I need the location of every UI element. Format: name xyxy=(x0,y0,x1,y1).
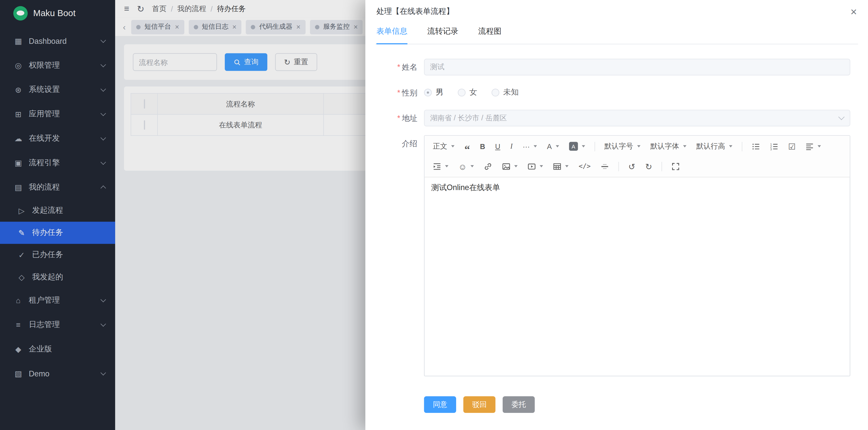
chevron-down-icon xyxy=(565,165,568,167)
table-icon xyxy=(553,162,561,170)
radio-icon xyxy=(492,89,499,96)
editor-toolbar-row-2: ☺ xyxy=(428,156,846,176)
close-icon[interactable]: × xyxy=(850,6,857,17)
tab-flow-diagram[interactable]: 流程图 xyxy=(478,27,501,44)
video-select[interactable] xyxy=(524,159,547,173)
chevron-down-icon xyxy=(451,145,454,147)
chevron-down-icon xyxy=(515,165,518,167)
chevron-down-icon xyxy=(683,145,686,147)
chevron-down-icon xyxy=(637,145,640,147)
radio-label: 男 xyxy=(436,88,443,98)
name-label: *姓名 xyxy=(365,59,424,75)
chevron-down-icon xyxy=(540,165,543,167)
toolbar-divider xyxy=(661,162,662,171)
todo-list-button[interactable]: ☑ xyxy=(784,139,799,153)
chevron-down-icon xyxy=(445,165,448,167)
address-value: 湖南省 / 长沙市 / 岳麓区 xyxy=(424,110,850,126)
gender-radio-female[interactable]: 女 xyxy=(458,88,477,98)
radio-checked-icon xyxy=(424,89,432,96)
bg-color-icon: A xyxy=(569,142,578,151)
link-icon xyxy=(484,162,492,170)
editor-toolbar: 正文 “ B U I ··· A xyxy=(425,136,850,177)
tab-form-info[interactable]: 表单信息 xyxy=(376,27,407,44)
delegate-button[interactable]: 委托 xyxy=(503,396,535,413)
address-label: *地址 xyxy=(365,110,424,126)
image-icon xyxy=(502,162,510,170)
italic-button[interactable]: I xyxy=(506,139,517,153)
more-styles-select[interactable]: ··· xyxy=(519,139,541,153)
reject-button[interactable]: 驳回 xyxy=(463,396,496,413)
toolbar-divider xyxy=(594,142,595,151)
font-family-select[interactable]: 默认字体 xyxy=(647,139,690,153)
approve-button[interactable]: 同意 xyxy=(424,396,456,413)
address-cascader[interactable]: 湖南省 / 长沙市 / 岳麓区 xyxy=(424,110,850,126)
form-row-name: *姓名 xyxy=(365,59,859,75)
chevron-down-icon xyxy=(818,145,821,147)
gender-radio-male[interactable]: 男 xyxy=(424,88,443,98)
emoji-select[interactable]: ☺ xyxy=(454,159,478,173)
form-row-gender: *性别 男 女 未知 xyxy=(365,84,859,101)
indent-select[interactable] xyxy=(429,159,452,173)
emoji-icon: ☺ xyxy=(458,162,467,170)
divider-button[interactable] xyxy=(597,159,613,173)
gender-radio-group: 男 女 未知 xyxy=(424,84,850,101)
indent-icon xyxy=(433,162,441,170)
fullscreen-button[interactable] xyxy=(668,159,684,173)
ordered-list-button[interactable]: 1 2 3 xyxy=(766,139,782,153)
name-field[interactable] xyxy=(424,59,850,75)
ordered-list-icon: 1 2 3 xyxy=(770,142,778,150)
font-color-select[interactable]: A xyxy=(543,139,563,153)
intro-label: 介绍 xyxy=(365,135,424,376)
form-row-intro: 介绍 正文 “ B U I xyxy=(365,135,859,376)
link-button[interactable] xyxy=(480,159,496,173)
drawer-actions: 同意 驳回 委托 xyxy=(365,385,859,413)
editor-content[interactable]: 测试Online在线表单 xyxy=(425,177,850,376)
chevron-down-icon xyxy=(534,145,537,147)
redo-button[interactable]: ↻ xyxy=(642,159,656,173)
drawer-tabs: 表单信息 流转记录 流程图 xyxy=(375,25,858,44)
undo-button[interactable]: ↺ xyxy=(624,159,639,173)
code-block-button[interactable]: </> xyxy=(575,159,595,173)
form-info-panel: *姓名 *性别 男 女 xyxy=(365,44,868,413)
bullet-list-icon xyxy=(751,142,760,150)
drawer-header: 处理【在线表单流程】 × xyxy=(365,0,868,23)
font-size-select[interactable]: 默认字号 xyxy=(600,139,644,153)
required-asterisk: * xyxy=(397,88,400,97)
align-icon xyxy=(806,142,814,150)
app-window: Maku Boot ▦ Dashboard ◎ 权限管理 ⊛ 系统设置 ⊞ 应用… xyxy=(0,0,868,430)
chevron-down-icon xyxy=(582,145,585,147)
bg-color-select[interactable]: A xyxy=(565,139,589,153)
rich-text-editor: 正文 “ B U I ··· A xyxy=(424,135,850,376)
chevron-down-icon xyxy=(471,165,474,167)
radio-label: 女 xyxy=(469,88,477,98)
editor-toolbar-row-1: 正文 “ B U I ··· A xyxy=(428,137,846,156)
drawer-title: 处理【在线表单流程】 xyxy=(376,6,454,17)
horizontal-rule-icon xyxy=(601,162,609,170)
toolbar-divider xyxy=(618,162,619,171)
required-asterisk: * xyxy=(397,114,400,122)
underline-button[interactable]: U xyxy=(491,139,504,153)
form-row-address: *地址 湖南省 / 长沙市 / 岳麓区 xyxy=(365,110,859,126)
bullet-list-button[interactable] xyxy=(748,139,764,153)
video-icon xyxy=(528,162,536,170)
line-height-select[interactable]: 默认行高 xyxy=(692,139,736,153)
toolbar-divider xyxy=(742,142,742,151)
chevron-down-icon xyxy=(729,145,732,147)
task-handle-drawer: 处理【在线表单流程】 × 表单信息 流转记录 流程图 *姓名 *性别 xyxy=(365,0,868,430)
bold-button[interactable]: B xyxy=(476,139,489,153)
gender-radio-unknown[interactable]: 未知 xyxy=(492,88,519,98)
image-select[interactable] xyxy=(498,159,522,173)
svg-text:3: 3 xyxy=(770,147,772,150)
required-asterisk: * xyxy=(397,63,400,71)
style-select[interactable]: 正文 xyxy=(429,139,458,153)
table-select[interactable] xyxy=(550,159,572,173)
chevron-down-icon xyxy=(556,145,559,147)
blockquote-icon[interactable]: “ xyxy=(461,139,474,153)
radio-icon xyxy=(458,89,466,96)
fullscreen-icon xyxy=(672,162,680,170)
radio-label: 未知 xyxy=(503,88,519,98)
align-select[interactable] xyxy=(802,139,825,153)
gender-label: *性别 xyxy=(365,84,424,101)
tab-flow-records[interactable]: 流转记录 xyxy=(428,27,458,44)
